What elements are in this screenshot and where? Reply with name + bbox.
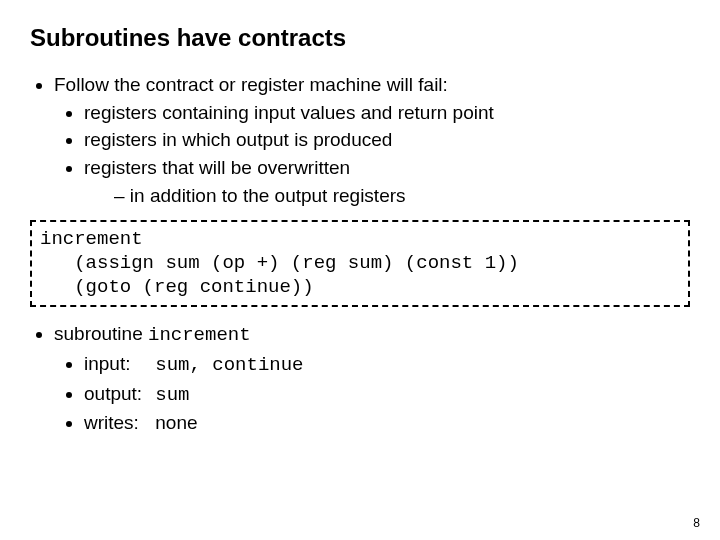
list-item-text: registers in which output is produced <box>84 129 392 150</box>
contract-sublist: registers containing input values and re… <box>54 100 690 209</box>
list-item: in addition to the output registers <box>114 183 690 209</box>
list-item: output: sum <box>84 381 690 409</box>
row-label: output: <box>84 381 150 407</box>
list-item-text: registers containing input values and re… <box>84 102 494 123</box>
subroutine-name: increment <box>148 324 251 346</box>
list-item-text: Follow the contract or register machine … <box>54 74 448 95</box>
list-item: subroutine increment input: sum, continu… <box>54 321 690 436</box>
list-item: registers in which output is produced <box>84 127 690 153</box>
row-value: sum, continue <box>155 354 303 376</box>
row-label: writes: <box>84 410 150 436</box>
subroutine-prefix: subroutine <box>54 323 148 344</box>
contract-list: Follow the contract or register machine … <box>30 72 690 208</box>
slide-title: Subroutines have contracts <box>30 24 690 52</box>
list-item-text: in addition to the output registers <box>130 185 406 206</box>
code-block: increment (assign sum (op +) (reg sum) (… <box>30 220 690 307</box>
page-number: 8 <box>693 516 700 530</box>
list-item: input: sum, continue <box>84 351 690 379</box>
list-item: registers containing input values and re… <box>84 100 690 126</box>
contract-subsublist: in addition to the output registers <box>84 183 690 209</box>
list-item: Follow the contract or register machine … <box>54 72 690 208</box>
list-item-text: registers that will be overwritten <box>84 157 350 178</box>
row-value: none <box>155 412 197 433</box>
subroutine-list: subroutine increment input: sum, continu… <box>30 321 690 436</box>
slide: Subroutines have contracts Follow the co… <box>0 0 720 540</box>
list-item: registers that will be overwritten in ad… <box>84 155 690 208</box>
subroutine-details: input: sum, continue output: sum writes:… <box>54 351 690 436</box>
row-label: input: <box>84 351 150 377</box>
row-value: sum <box>155 384 189 406</box>
list-item: writes: none <box>84 410 690 436</box>
